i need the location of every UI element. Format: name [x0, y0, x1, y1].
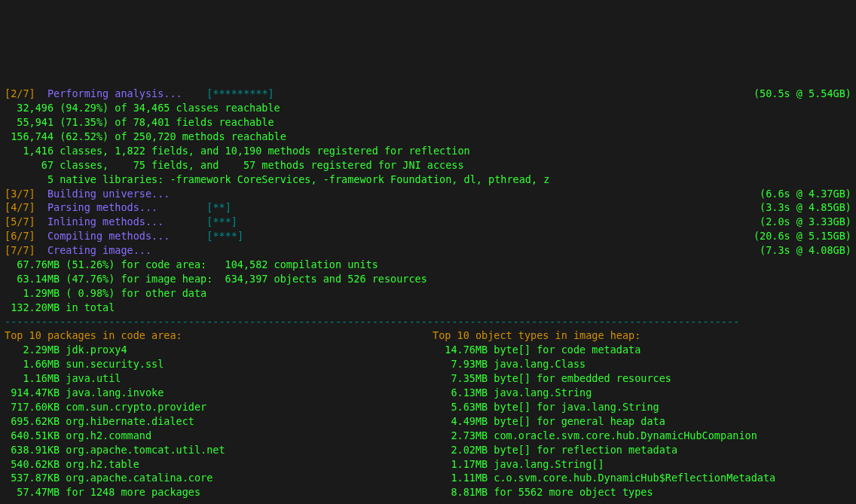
- step-marker: [4/7]: [5, 201, 35, 213]
- step-detail: 67 classes, 75 fields, and 57 methods re…: [5, 159, 464, 171]
- step-marker: [7/7]: [5, 244, 35, 256]
- step-timing: (20.6s @ 5.15GB): [754, 229, 851, 243]
- output-line: 156,744 (62.52%) of 250,720 methods reac…: [5, 130, 851, 144]
- build-step: [7/7] Creating image... (7.3s @ 4.08GB): [5, 243, 851, 258]
- step-label: Creating image...: [47, 244, 151, 256]
- object-type-item: 5.63MB byte[] for java.lang.String: [433, 401, 659, 413]
- output-line: 67.76MB (51.26%) for code area: 104,582 …: [5, 258, 851, 272]
- step-detail: 55,941 (71.35%) of 78,401 fields reachab…: [5, 116, 274, 128]
- step-label: Parsing methods...: [47, 201, 157, 213]
- object-type-item: 7.93MB java.lang.Class: [433, 358, 585, 370]
- output-line: 7.93MB java.lang.Class: [433, 357, 851, 371]
- step-marker: [6/7]: [5, 230, 35, 242]
- background-page-text: [487, 0, 833, 90]
- step-detail: 156,744 (62.52%) of 250,720 methods reac…: [5, 130, 286, 142]
- step-detail: 67.76MB (51.26%) for code area: 104,582 …: [5, 258, 378, 270]
- step-detail: 63.14MB (47.76%) for image heap: 634,397…: [5, 273, 427, 285]
- package-item: 717.60KB com.sun.crypto.provider: [5, 401, 206, 413]
- output-line: 67 classes, 75 fields, and 57 methods re…: [5, 158, 851, 173]
- output-line: 8.81MB for 5562 more object types: [433, 485, 851, 499]
- step-progress: [***]: [206, 215, 237, 228]
- build-step: [5/7] Inlining methods... [***](2.0s @ 3…: [5, 215, 851, 229]
- output-line: ----------------------------------------…: [5, 499, 851, 504]
- output-line: 63.14MB (47.76%) for image heap: 634,397…: [5, 272, 851, 286]
- object-type-item: 2.73MB com.oracle.svm.core.hub.DynamicHu…: [433, 429, 757, 441]
- step-timing: (6.6s @ 4.37GB): [760, 187, 851, 201]
- build-step: [4/7] Parsing methods... [**](3.3s @ 4.8…: [5, 200, 851, 215]
- output-line: Top 10 object types in image heap:: [433, 328, 851, 343]
- step-detail: 5 native libraries: -framework CoreServi…: [5, 173, 549, 185]
- output-line: 638.91KB org.apache.tomcat.util.net: [5, 443, 423, 457]
- object-types-column: Top 10 object types in image heap: 14.76…: [433, 328, 851, 499]
- step-marker: [5/7]: [5, 215, 35, 228]
- object-type-item: 2.02MB byte[] for reflection metadata: [433, 444, 677, 456]
- package-item: 2.29MB jdk.proxy4: [5, 344, 127, 356]
- output-line: 132.20MB in total: [5, 301, 851, 315]
- stats-columns: Top 10 packages in code area: 2.29MB jdk…: [5, 328, 851, 499]
- package-item: 638.91KB org.apache.tomcat.util.net: [5, 444, 225, 456]
- separator: ----------------------------------------…: [5, 500, 739, 504]
- output-line: 7.35MB byte[] for embedded resources: [433, 371, 851, 386]
- step-timing: (50.5s @ 5.54GB): [754, 87, 851, 101]
- packages-title: Top 10 packages in code area:: [5, 329, 182, 341]
- step-timing: (3.3s @ 4.85GB): [760, 200, 851, 215]
- step-progress: [****]: [206, 230, 243, 242]
- output-line: 4.49MB byte[] for general heap data: [433, 414, 851, 429]
- output-line: Top 10 packages in code area:: [5, 328, 423, 343]
- output-line: 6.13MB java.lang.String: [433, 386, 851, 400]
- output-line: 1.17MB java.lang.String[]: [433, 457, 851, 472]
- object-type-item: 1.17MB java.lang.String[]: [433, 458, 604, 470]
- step-detail: 32,496 (94.29%) of 34,465 classes reacha…: [5, 102, 280, 114]
- step-detail: 1.29MB ( 0.98%) for other data: [5, 287, 206, 299]
- output-line: 537.87KB org.apache.catalina.core: [5, 471, 423, 485]
- package-item: 1.16MB java.util: [5, 372, 121, 384]
- output-line: 1.11MB c.o.svm.core.hub.DynamicHub$Refle…: [433, 471, 851, 485]
- build-step: [3/7] Building universe... (6.6s @ 4.37G…: [5, 187, 851, 201]
- object-type-item: 1.11MB c.o.svm.core.hub.DynamicHub$Refle…: [433, 472, 775, 484]
- build-step: [2/7] Performing analysis... [*********]…: [5, 87, 851, 101]
- step-label: Building universe...: [47, 188, 170, 200]
- output-line: 1.66MB sun.security.ssl: [5, 357, 423, 371]
- object-type-item: 4.49MB byte[] for general heap data: [433, 415, 665, 427]
- package-item: 695.62KB org.hibernate.dialect: [5, 415, 194, 427]
- output-line: 914.47KB java.lang.invoke: [5, 386, 423, 400]
- output-line: 14.76MB byte[] for code metadata: [433, 343, 851, 357]
- output-line: 640.51KB org.h2.command: [5, 429, 423, 443]
- step-detail: 1,416 classes, 1,822 fields, and 10,190 …: [5, 145, 470, 157]
- output-line: 32,496 (94.29%) of 34,465 classes reacha…: [5, 101, 851, 115]
- package-item: 57.47MB for 1248 more packages: [5, 486, 200, 498]
- build-step: [6/7] Compiling methods... [****](20.6s …: [5, 229, 851, 243]
- output-line: 1,416 classes, 1,822 fields, and 10,190 …: [5, 144, 851, 158]
- output-line: 5.63MB byte[] for java.lang.String: [433, 400, 851, 414]
- step-timing: (2.0s @ 3.33GB): [760, 215, 851, 229]
- output-line: 1.29MB ( 0.98%) for other data: [5, 286, 851, 301]
- step-label: Performing analysis...: [47, 87, 182, 99]
- object-type-item: 8.81MB for 5562 more object types: [433, 486, 653, 498]
- object-type-item: 6.13MB java.lang.String: [433, 386, 592, 399]
- package-item: 540.62KB org.h2.table: [5, 458, 139, 470]
- package-item: 914.47KB java.lang.invoke: [5, 386, 164, 399]
- step-label: Compiling methods...: [47, 230, 170, 242]
- output-line: 2.73MB com.oracle.svm.core.hub.DynamicHu…: [433, 429, 851, 443]
- object-type-item: 7.35MB byte[] for embedded resources: [433, 372, 671, 384]
- package-item: 640.51KB org.h2.command: [5, 429, 151, 441]
- output-line: 695.62KB org.hibernate.dialect: [5, 414, 423, 429]
- package-item: 537.87KB org.apache.catalina.core: [5, 472, 212, 484]
- step-marker: [2/7]: [5, 87, 35, 99]
- output-line: ----------------------------------------…: [5, 315, 851, 329]
- output-line: 1.16MB java.util: [5, 371, 423, 386]
- separator: ----------------------------------------…: [5, 316, 739, 328]
- packages-column: Top 10 packages in code area: 2.29MB jdk…: [5, 328, 433, 499]
- output-line: 55,941 (71.35%) of 78,401 fields reachab…: [5, 115, 851, 130]
- output-line: 5 native libraries: -framework CoreServi…: [5, 173, 851, 187]
- package-item: 1.66MB sun.security.ssl: [5, 358, 164, 370]
- step-detail: 132.20MB in total: [5, 301, 115, 313]
- object-types-title: Top 10 object types in image heap:: [433, 329, 640, 341]
- output-line: 2.29MB jdk.proxy4: [5, 343, 423, 357]
- output-line: 540.62KB org.h2.table: [5, 457, 423, 472]
- output-line: 717.60KB com.sun.crypto.provider: [5, 400, 423, 414]
- step-progress: [*********]: [206, 87, 274, 99]
- step-label: Inlining methods...: [47, 215, 164, 228]
- step-progress: [**]: [206, 201, 231, 213]
- output-line: 57.47MB for 1248 more packages: [5, 485, 423, 499]
